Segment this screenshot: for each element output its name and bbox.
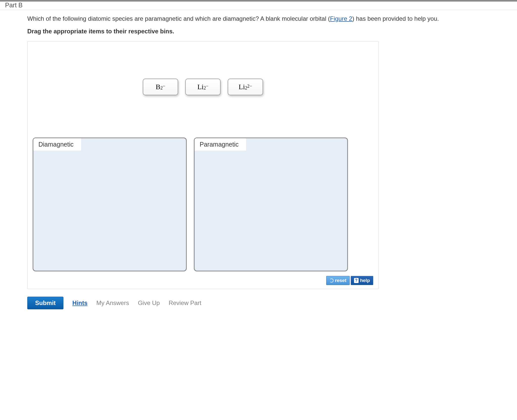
reset-help-row: reset ? help: [33, 276, 373, 285]
item-sub: 2: [245, 85, 247, 91]
submit-button[interactable]: Submit: [27, 297, 63, 309]
reset-icon: [330, 278, 334, 283]
reset-label: reset: [335, 278, 346, 283]
drag-item[interactable]: Li22−: [228, 79, 263, 95]
item-base: B: [156, 83, 160, 91]
bin-diamagnetic[interactable]: Diamagnetic: [33, 137, 187, 271]
part-label: Part B: [0, 2, 25, 10]
help-button[interactable]: ? help: [351, 276, 373, 285]
item-base: Li: [239, 83, 245, 91]
hints-link[interactable]: Hints: [72, 299, 87, 307]
drag-drop-container: B2− Li2− Li22− Diamagnetic Paramagnetic …: [27, 41, 379, 289]
reset-button[interactable]: reset: [326, 276, 350, 285]
question-text-1: Which of the following diatomic species …: [27, 15, 326, 22]
item-sup: 2−: [247, 84, 252, 89]
item-sub: 2: [160, 85, 163, 91]
items-area: B2− Li2− Li22−: [33, 46, 373, 127]
part-header: Part B: [0, 2, 517, 10]
question-mark-icon: ?: [354, 278, 359, 283]
action-row: Submit Hints My Answers Give Up Review P…: [27, 297, 512, 309]
item-sup: −: [163, 84, 165, 89]
drag-item[interactable]: B2−: [143, 79, 178, 95]
item-base: Li: [197, 83, 204, 91]
bin-paramagnetic[interactable]: Paramagnetic: [194, 137, 348, 271]
bin-label: Paramagnetic: [195, 138, 246, 151]
give-up-link[interactable]: Give Up: [138, 299, 160, 307]
question-text-2: ) has been provided to help you.: [352, 15, 439, 22]
review-part-link[interactable]: Review Part: [169, 299, 201, 307]
drag-instruction: Drag the appropriate items to their resp…: [27, 28, 512, 35]
drag-item[interactable]: Li2−: [185, 79, 221, 95]
item-sup: −: [206, 84, 208, 89]
my-answers-link[interactable]: My Answers: [96, 299, 129, 307]
bins-row: Diamagnetic Paramagnetic: [33, 137, 373, 271]
help-label: help: [360, 278, 370, 283]
figure-link[interactable]: Figure 2: [330, 15, 352, 22]
item-sub: 2: [204, 85, 206, 91]
bin-label: Diamagnetic: [33, 138, 81, 151]
content-area: Which of the following diatomic species …: [0, 15, 517, 309]
question-text: Which of the following diatomic species …: [27, 15, 512, 23]
